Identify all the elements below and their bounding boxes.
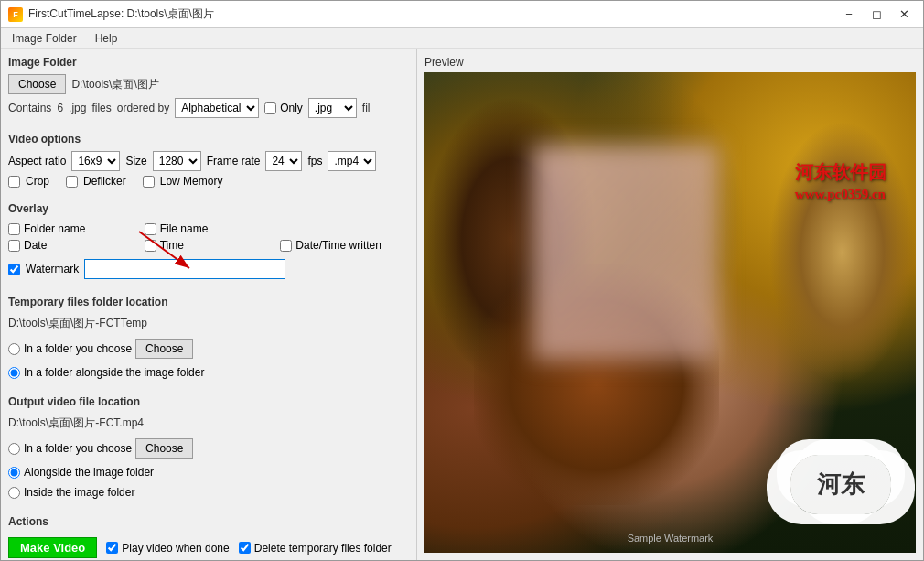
titlebar: F FirstCutTimeLapse: D:\tools\桌面\图片 − ◻ … [1,1,923,28]
close-button[interactable]: ✕ [892,5,916,24]
play-when-done-checkbox[interactable] [106,542,118,554]
folder-name-label: Folder name [24,222,85,235]
fps-label: fps [307,155,322,167]
image-folder-row: Choose D:\tools\桌面\图片 [8,74,409,94]
menu-item-image-folder[interactable]: Image Folder [8,30,81,47]
preview-image: 河东软件园 www.pc0359.cn 河东 Sample Watermark [424,72,916,553]
overlay-label: Overlay [8,202,409,215]
date-checkbox[interactable] [8,240,20,252]
lowmemory-checkbox[interactable] [143,176,155,188]
actions-label: Actions [8,515,409,528]
menubar: Image Folder Help [1,28,923,49]
wm-red-line1: 河东软件园 [795,159,886,185]
temp-choose-button[interactable]: Choose [135,339,193,359]
wm-cloud-text: 河东 [817,469,865,501]
watermark-checkbox[interactable] [8,264,20,275]
temp-folder-label: Temporary files folder location [8,296,409,308]
ext-select[interactable]: .jpg .png .bmp [308,98,357,118]
titlebar-left: F FirstCutTimeLapse: D:\tools\桌面\图片 [8,6,214,22]
overlay-time-row: Time [145,239,274,252]
overlay-datetime-row: Date/Time written [280,239,409,252]
output-choose-button[interactable]: Choose [135,438,193,459]
left-panel: Image Folder Choose D:\tools\桌面\图片 Conta… [1,49,417,560]
sample-watermark-label: Sample Watermark [628,533,714,544]
fil-label: fil [362,102,371,114]
overlay-empty-cell [280,222,409,235]
delete-temp-row: Delete temporary files folder [239,542,392,555]
only-checkbox[interactable] [264,102,276,114]
aspect-ratio-select[interactable]: 16x9 4x3 1x1 [71,151,120,171]
output-radio-alongside-label: Alongside the image folder [24,466,154,479]
file-ext: .jpg [69,102,86,114]
output-radio-inside[interactable] [8,487,20,499]
deflicker-checkbox[interactable] [66,176,78,188]
output-radio-alongside[interactable] [8,467,20,479]
file-name-checkbox[interactable] [145,223,156,235]
file-info-row: Contains 6 .jpg files ordered by Alphabe… [8,98,409,118]
temp-radio-choose-label: In a folder you choose [24,342,132,355]
temp-radio-alongside-label: In a folder alongside the image folder [24,366,204,379]
right-panel: Preview 河东软件园 www.p [417,49,923,560]
main-content: Image Folder Choose D:\tools\桌面\图片 Conta… [1,49,923,560]
delete-temp-label: Delete temporary files folder [254,542,392,555]
maximize-button[interactable]: ◻ [865,5,888,24]
minimize-button[interactable]: − [837,5,861,24]
ordered-by-label: ordered by [117,102,169,114]
datetime-written-checkbox[interactable] [280,240,292,252]
watermark-label: Watermark [26,263,79,275]
output-folder-label: Output video file location [8,395,409,408]
preview-label: Preview [424,56,916,69]
framerate-select[interactable]: 24 25 30 60 [265,151,302,171]
crop-label: Crop [26,175,49,188]
video-options-row: Aspect ratio 16x9 4x3 1x1 Size 1280 1920… [8,151,409,171]
menu-item-help[interactable]: Help [91,30,122,47]
time-checkbox[interactable] [145,240,156,252]
wm-red-line2: www.pc0359.cn [795,185,886,204]
output-radio-choose-row: In a folder you choose Choose [8,438,409,459]
image-folder-choose-button[interactable]: Choose [8,74,66,94]
date-label: Date [24,239,47,252]
watermark-input[interactable]: 河东软件园 [84,259,285,279]
play-when-done-row: Play video when done [106,542,229,555]
format-select[interactable]: .mp4 .avi .mov [328,151,376,171]
overlay-folder-row: Folder name [8,222,137,235]
overlay-date-row: Date [8,239,137,252]
make-video-button[interactable]: Make Video [8,537,97,558]
file-count: 6 [57,102,63,114]
temp-radio-choose-row: In a folder you choose Choose [8,339,409,359]
only-label: Only [280,102,303,114]
aspect-ratio-label: Aspect ratio [8,155,66,167]
window-title: FirstCutTimeLapse: D:\tools\桌面\图片 [28,6,214,22]
temp-radio-alongside[interactable] [8,367,20,379]
temp-radio-choose[interactable] [8,343,20,355]
video-options-label: Video options [8,133,409,146]
watermark-row: Watermark 河东软件园 [8,259,409,279]
datetime-written-label: Date/Time written [295,239,381,252]
time-label: Time [160,239,184,252]
preview-cats: 河东软件园 www.pc0359.cn 河东 Sample Watermark [424,72,916,553]
image-folder-label: Image Folder [8,56,409,69]
window-controls: − ◻ ✕ [837,5,916,24]
main-window: F FirstCutTimeLapse: D:\tools\桌面\图片 − ◻ … [0,0,924,561]
crop-checkbox[interactable] [8,176,20,188]
play-when-done-label: Play video when done [122,542,229,555]
deflicker-label: Deflicker [83,175,126,188]
actions-row: Make Video Play video when done Delete t… [8,537,409,558]
output-folder-path: D:\tools\桌面\图片-FCT.mp4 [8,415,409,431]
lowmemory-label: Low Memory [160,175,223,188]
temp-radio-alongside-row: In a folder alongside the image folder [8,366,409,379]
output-radio-alongside-row: Alongside the image folder [8,466,409,479]
delete-temp-checkbox[interactable] [239,542,251,554]
size-select[interactable]: 1280 1920 1024 720 [153,151,201,171]
output-radio-choose[interactable] [8,443,20,455]
overlay-grid: Folder name File name Date Time Dat [8,222,409,252]
overlay-filename-row: File name [145,222,274,235]
order-select[interactable]: Alphabetical Date Name [175,98,259,118]
framerate-label: Frame rate [207,155,261,167]
contains-prefix: Contains [8,102,51,114]
app-icon: F [8,7,23,22]
folder-name-checkbox[interactable] [8,223,20,235]
video-options-checkboxes: Crop Deflicker Low Memory [8,175,409,188]
temp-folder-path: D:\tools\桌面\图片-FCTTemp [8,316,409,331]
size-label: Size [125,155,146,167]
